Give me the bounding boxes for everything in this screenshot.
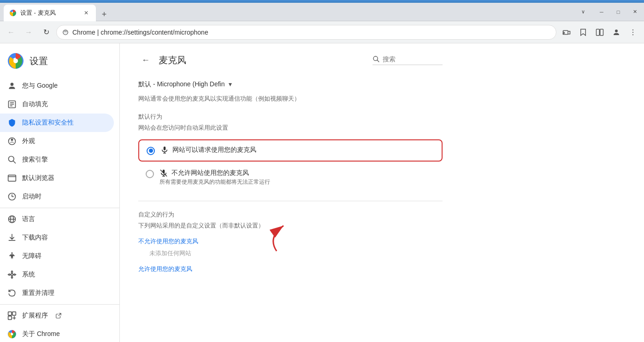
sidebar-item-downloads[interactable]: 下载内容: [0, 228, 114, 247]
settings-title: 设置: [30, 55, 48, 67]
sidebar-item-language[interactable]: 语言: [0, 210, 114, 228]
svg-rect-6: [597, 29, 600, 36]
allow-radio-button[interactable]: [147, 147, 155, 155]
deny-label-text: 不允许网站使用您的麦克风: [171, 169, 249, 177]
sidebar-label-about: 关于 Chrome: [22, 330, 60, 338]
microphone-description: 网站通常会使用您的麦克风以实现通信功能（例如视频聊天）: [138, 94, 443, 103]
mic-muted-icon: [160, 169, 168, 177]
content-area: ← 麦克风 默认 - Microphone (High Defin ▼ 网站通常…: [120, 43, 644, 342]
svg-point-9: [632, 29, 633, 30]
content-search[interactable]: [372, 55, 443, 65]
svg-rect-27: [12, 312, 16, 316]
svg-rect-33: [164, 146, 166, 150]
minimize-button[interactable]: ─: [596, 6, 607, 18]
titlebar-left: 设置 - 麦克风 ✕ +: [4, 3, 111, 21]
profile-button[interactable]: [609, 25, 624, 40]
collapse-button[interactable]: ∨: [578, 6, 589, 18]
svg-point-14: [13, 59, 18, 63]
svg-point-18: [11, 139, 12, 140]
close-button[interactable]: ✕: [629, 6, 640, 18]
sidebar-label-system: 系统: [22, 270, 35, 279]
custom-behavior-sub: 下列网站采用的是自定义设置（而非默认设置）: [138, 222, 443, 230]
downloads-icon: [7, 233, 17, 242]
deny-sublabel: 所有需要使用麦克风的功能都将无法正常运行: [160, 178, 435, 186]
content-search-icon: [372, 55, 380, 63]
svg-rect-20: [8, 175, 16, 181]
sidebar-item-extensions[interactable]: 扩展程序: [0, 306, 114, 325]
allow-radio-label: 网站可以请求使用您的麦克风: [160, 146, 434, 154]
sidebar-item-privacy[interactable]: 隐私设置和安全性: [0, 114, 114, 132]
device-dropdown-arrow: ▼: [228, 81, 233, 88]
sidebar-label-reset: 重置并清理: [22, 289, 54, 297]
svg-point-15: [11, 83, 14, 86]
back-button[interactable]: ←: [4, 25, 18, 40]
deny-option[interactable]: 不允许网站使用您的麦克风 所有需要使用麦克风的功能都将无法正常运行: [138, 163, 443, 192]
sidebar-item-appearance[interactable]: 外观: [0, 132, 114, 150]
sidebar-item-startup[interactable]: 启动时: [0, 187, 114, 206]
sidebar-divider-2: [0, 304, 119, 305]
sidebar-label-profile: 您与 Google: [22, 82, 58, 90]
sidebar-item-browser[interactable]: 默认浏览器: [0, 169, 114, 187]
tab-strip: 设置 - 麦克风 ✕ +: [4, 3, 111, 21]
sidebar-label-search: 搜索引擎: [22, 156, 48, 164]
sidebar-item-search[interactable]: 搜索引擎: [0, 150, 114, 169]
svg-point-31: [11, 333, 13, 336]
reset-icon: [7, 288, 17, 298]
secure-icon: [62, 29, 69, 36]
settings-header: 设置: [0, 47, 119, 77]
svg-rect-26: [8, 312, 12, 316]
allow-option[interactable]: 网站可以请求使用您的麦克风: [138, 139, 443, 162]
sidebar-item-autofill[interactable]: 自动填充: [0, 95, 114, 114]
svg-rect-7: [600, 29, 603, 36]
system-icon: [7, 270, 17, 279]
toolbar: ← → ↻ Chrome | chrome://settings/content…: [0, 21, 644, 43]
sidebar-item-profile[interactable]: 您与 Google: [0, 77, 114, 95]
content-back-button[interactable]: ←: [138, 53, 153, 67]
tab-close-button[interactable]: ✕: [82, 9, 90, 17]
mic-allow-icon: [160, 146, 169, 154]
deny-radio-button[interactable]: [146, 170, 154, 178]
bookmark-button[interactable]: [576, 25, 591, 40]
sidebar: 设置 您与 Google 自动填充 隐私设置和安全性 外观: [0, 43, 120, 342]
cast-button[interactable]: [559, 25, 574, 40]
content-page-title: 麦克风: [159, 54, 367, 66]
device-dropdown[interactable]: 默认 - Microphone (High Defin ▼: [138, 78, 233, 90]
content-search-input[interactable]: [383, 55, 443, 63]
tab-favicon: [9, 9, 17, 17]
device-label: 默认 - Microphone (High Defin: [138, 80, 225, 89]
sidebar-label-appearance: 外观: [22, 137, 35, 145]
sidebar-item-system[interactable]: 系统: [0, 265, 114, 284]
sidebar-label-downloads: 下载内容: [22, 234, 48, 242]
maximize-button[interactable]: □: [613, 6, 624, 18]
not-allowed-empty: 未添加任何网站: [149, 249, 443, 258]
privacy-icon: [7, 118, 17, 127]
profile-icon: [7, 81, 17, 90]
address-bar[interactable]: Chrome | chrome://settings/content/micro…: [56, 25, 556, 40]
sidebar-label-privacy: 隐私设置和安全性: [22, 119, 74, 127]
sidebar-item-accessibility[interactable]: 无障碍: [0, 247, 114, 265]
sidebar-label-accessibility: 无障碍: [22, 252, 41, 260]
svg-rect-28: [8, 316, 12, 320]
svg-point-10: [632, 31, 633, 32]
allowed-title: 允许使用您的麦克风: [138, 265, 443, 273]
extensions-icon: [7, 311, 17, 320]
settings-page: ← 麦克风 默认 - Microphone (High Defin ▼ 网站通常…: [120, 43, 461, 286]
active-tab[interactable]: 设置 - 麦克风 ✕: [4, 5, 96, 21]
new-tab-button[interactable]: +: [98, 8, 111, 21]
svg-point-24: [11, 252, 12, 254]
sidebar-label-language: 语言: [22, 215, 35, 223]
tab-title: 设置 - 麦克风: [20, 9, 56, 17]
chrome-logo: [7, 53, 24, 69]
sidebar-item-reset[interactable]: 重置并清理: [0, 284, 114, 302]
sidebar-item-about[interactable]: 关于 Chrome: [0, 325, 114, 342]
reload-button[interactable]: ↻: [39, 25, 53, 40]
page-header: ← 麦克风: [138, 53, 443, 67]
default-behavior-label: 默认行为: [138, 113, 443, 121]
about-chrome-icon: [7, 330, 17, 339]
forward-button[interactable]: →: [21, 25, 36, 40]
split-button[interactable]: [592, 25, 607, 40]
menu-button[interactable]: [626, 25, 640, 40]
sidebar-divider-1: [0, 208, 119, 208]
allow-label-text: 网站可以请求使用您的麦克风: [172, 146, 256, 154]
sidebar-label-startup: 启动时: [22, 192, 41, 201]
